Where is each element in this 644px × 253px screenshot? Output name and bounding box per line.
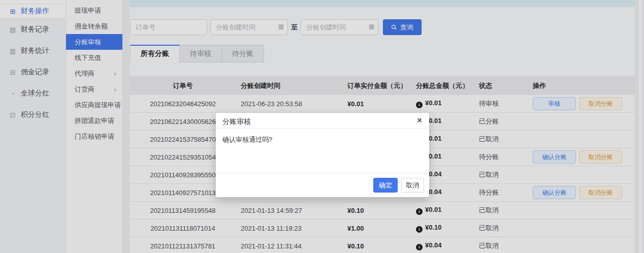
dialog-header: 分账审核 ✕ xyxy=(216,113,429,129)
close-icon[interactable]: ✕ xyxy=(416,116,423,125)
split-review-dialog: 分账审核 ✕ 确认审核通过吗? 确定 取消 xyxy=(216,113,429,197)
cancel-button[interactable]: 取消 xyxy=(401,178,424,193)
app-window: ⊞财务操作▤财务记录▥财务统计⊟佣金记录◔全球分红⊡积分分红 提现申请佣金转余额… xyxy=(0,0,644,253)
confirm-button[interactable]: 确定 xyxy=(373,178,398,193)
dialog-body-text: 确认审核通过吗? xyxy=(216,129,429,151)
dialog-title: 分账审核 xyxy=(222,117,251,125)
dialog-footer: 确定 取消 xyxy=(216,173,429,197)
